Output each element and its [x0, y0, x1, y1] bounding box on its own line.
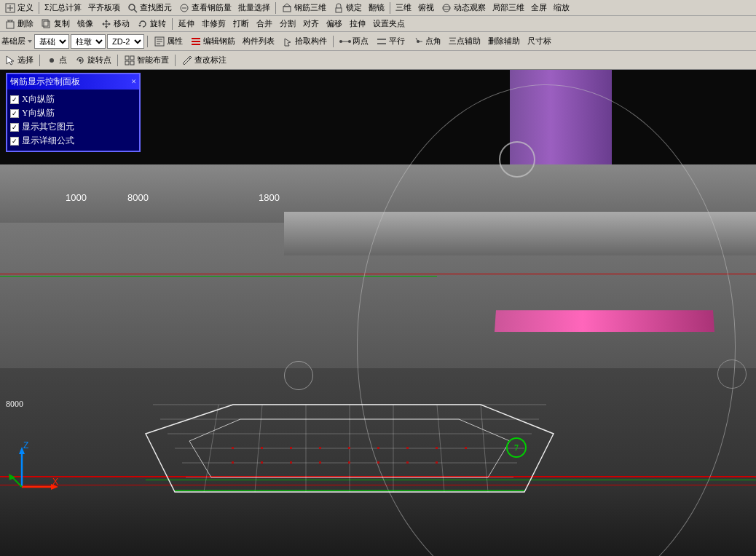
btn-edit-rebar[interactable]: 编辑钢筋: [187, 35, 238, 48]
btn-delete[interactable]: 删除: [1, 17, 36, 31]
btn-batchselect[interactable]: 批量选择: [235, 1, 273, 14]
sep3: [390, 2, 390, 14]
panel-label-1: Y向纵筋: [22, 107, 55, 119]
checkbox-2[interactable]: ✓: [10, 123, 19, 132]
green-line-bottom: [146, 480, 756, 480]
circle-mid-right: [717, 360, 747, 389]
btn-notrim[interactable]: 非修剪: [199, 17, 229, 30]
btn-delete-aux[interactable]: 删除辅助: [485, 35, 523, 47]
btn-3d[interactable]: 三维: [393, 1, 414, 14]
panel-item-3: ✓ 显示详细公式: [10, 134, 136, 148]
svg-point-42: [79, 59, 82, 62]
svg-rect-16: [44, 21, 50, 28]
svg-text:X: X: [52, 477, 58, 487]
btn-setgrip[interactable]: 设置夹点: [370, 17, 408, 30]
btn-zoom[interactable]: 缩放: [551, 1, 572, 14]
btn-smart-layout[interactable]: 智能布置: [121, 54, 172, 67]
btn-define[interactable]: 定义: [1, 1, 36, 15]
btn-component-list[interactable]: 构件列表: [240, 35, 277, 47]
btn-threepoint[interactable]: 三点辅助: [446, 35, 484, 47]
btn-align[interactable]: 对齐: [300, 17, 322, 30]
sep6: [333, 36, 334, 47]
svg-rect-7: [283, 7, 291, 12]
checkbox-3[interactable]: ✓: [10, 137, 19, 146]
svg-point-34: [339, 40, 342, 43]
svg-rect-12: [7, 22, 14, 28]
layer-select[interactable]: 基础: [34, 34, 69, 49]
btn-extend[interactable]: 延伸: [176, 17, 197, 30]
svg-point-10: [443, 4, 450, 12]
panel-title[interactable]: 钢筋显示控制面板 ×: [7, 74, 139, 90]
btn-offset[interactable]: 偏移: [323, 17, 345, 30]
layer-dropdown-icon: [27, 39, 33, 44]
svg-point-11: [443, 7, 450, 9]
toolbar-row1: 定义 Σ汇总计算 平齐板项 查找图元 查看钢筋量 批量选择 钢筋三维 锁定: [0, 0, 756, 16]
bot-8000-label: 8000: [6, 399, 23, 410]
panel-body: ✓ X向纵筋 ✓ Y向纵筋 ✓ 显示其它图元 ✓ 显示详细公式: [7, 90, 139, 151]
btn-lock[interactable]: 锁定: [330, 1, 365, 15]
red-line-top: [0, 274, 756, 274]
btn-break[interactable]: 打断: [230, 17, 252, 30]
toolbar-area: 定义 Σ汇总计算 平齐板项 查找图元 查看钢筋量 批量选择 钢筋三维 锁定: [0, 0, 756, 71]
btn-local3d[interactable]: 局部三维: [489, 1, 527, 14]
btn-modify-note[interactable]: 查改标注: [178, 54, 229, 67]
element-type-select[interactable]: 柱墩: [71, 34, 106, 49]
btn-rotate[interactable]: 旋转: [134, 17, 169, 31]
panel-label-2: 显示其它图元: [22, 121, 74, 133]
btn-mirror[interactable]: 镜像: [74, 17, 96, 30]
btn-parallel[interactable]: 平行: [373, 35, 408, 48]
svg-point-3: [129, 4, 135, 10]
svg-marker-19: [105, 26, 108, 28]
svg-marker-25: [28, 40, 32, 43]
btn-split[interactable]: 分割: [277, 17, 299, 30]
btn-move[interactable]: 移动: [98, 17, 133, 31]
btn-sum[interactable]: Σ汇总计算: [42, 1, 84, 14]
btn-stretch[interactable]: 拉伸: [347, 17, 369, 30]
btn-twopoint[interactable]: 两点: [336, 35, 371, 48]
checkbox-0[interactable]: ✓: [10, 95, 19, 104]
sep8: [117, 55, 118, 66]
btn-angle[interactable]: 点角: [409, 35, 444, 48]
gray-beam: [284, 212, 756, 255]
btn-select[interactable]: 选择: [1, 54, 36, 67]
svg-line-47: [189, 57, 190, 59]
platform-bottom: [0, 368, 756, 556]
btn-rebar3d[interactable]: 钢筋三维: [278, 1, 329, 15]
toolbar-row2: 删除 复制 镜像 移动 旋转 延伸 非修剪 打断 合并 分割: [0, 16, 756, 32]
btn-point[interactable]: 点: [43, 54, 70, 67]
svg-rect-9: [336, 8, 342, 12]
green-line-top: [0, 276, 437, 277]
svg-text:Z: Z: [23, 440, 28, 450]
btn-property[interactable]: 属性: [151, 35, 186, 48]
sep2: [275, 2, 276, 14]
dim-1800: 1800: [259, 192, 280, 203]
svg-rect-43: [125, 56, 129, 60]
svg-marker-8: [283, 4, 291, 7]
btn-dimension[interactable]: 尺寸标: [524, 35, 554, 47]
toolbar-row3: 基础层 基础 柱墩 ZD-2 属性 编辑钢筋 构件列表 拾取构件 两: [0, 32, 756, 51]
btn-rotatepoint[interactable]: 旋转点: [71, 54, 114, 67]
btn-pick-component[interactable]: 拾取构件: [279, 35, 330, 48]
svg-rect-46: [130, 61, 134, 65]
circle-mid-left: [284, 361, 313, 390]
btn-orbit[interactable]: 动态观察: [438, 1, 489, 15]
btn-topview[interactable]: 俯视: [415, 1, 437, 14]
layer-label: 基础层: [1, 36, 25, 47]
svg-marker-24: [138, 25, 141, 27]
svg-marker-18: [105, 20, 108, 22]
btn-copy[interactable]: 复制: [38, 17, 73, 31]
checkbox-1[interactable]: ✓: [10, 109, 19, 118]
btn-findelement[interactable]: 查找图元: [124, 1, 175, 15]
btn-levelview[interactable]: 平齐板项: [85, 1, 123, 14]
btn-fullscreen[interactable]: 全屏: [528, 1, 550, 14]
panel-item-1: ✓ Y向纵筋: [10, 106, 136, 120]
btn-flip[interactable]: 翻镜: [366, 1, 387, 14]
panel-close-icon[interactable]: ×: [131, 76, 136, 87]
btn-merge[interactable]: 合并: [253, 17, 275, 30]
svg-line-4: [134, 9, 137, 12]
btn-viewrebar[interactable]: 查看钢筋量: [176, 1, 235, 15]
rebar-control-panel: 钢筋显示控制面板 × ✓ X向纵筋 ✓ Y向纵筋 ✓ 显示其它图元 ✓ 显示详细…: [6, 73, 141, 152]
sep5: [147, 36, 148, 47]
sep7: [39, 55, 40, 66]
element-id-select[interactable]: ZD-2: [107, 34, 144, 49]
